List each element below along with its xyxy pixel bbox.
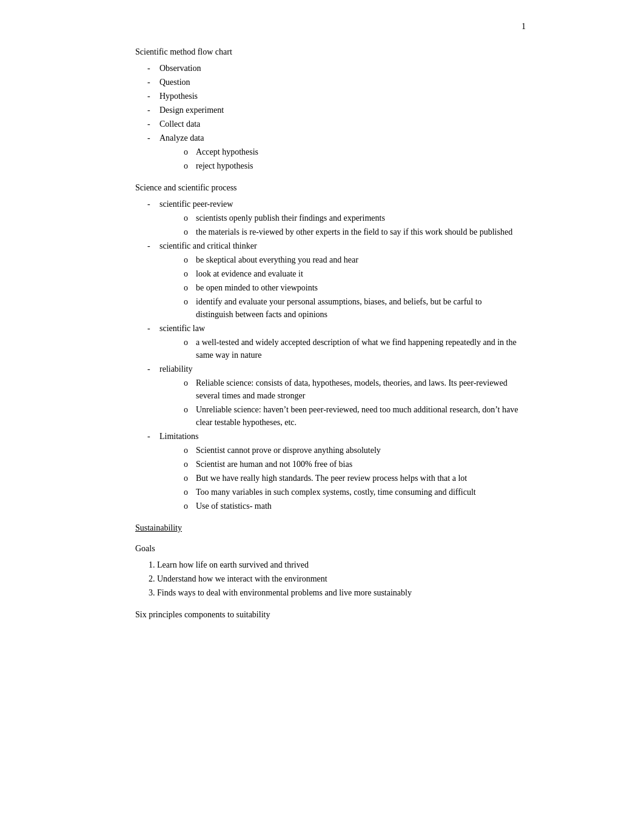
peer-review-sub-list: scientists openly publish their findings…: [159, 212, 521, 238]
list-item: Understand how we interact with the envi…: [157, 572, 521, 585]
sustainability-section: Sustainability: [135, 523, 521, 533]
list-item: Observation: [147, 62, 521, 75]
scientific-method-section: Scientific method flow chart Observation…: [135, 47, 521, 172]
goals-list: Learn how life on earth survived and thr…: [135, 558, 521, 599]
scientific-method-title: Scientific method flow chart: [135, 47, 521, 57]
reliability-sub-list: Reliable science: consists of data, hypo…: [159, 377, 521, 429]
page: 1 Scientific method flow chart Observati…: [75, 0, 569, 835]
science-process-section: Science and scientific process scientifi…: [135, 183, 521, 512]
list-item: the materials is re-viewed by other expe…: [184, 226, 521, 238]
science-process-title: Science and scientific process: [135, 183, 521, 193]
list-item: Scientist are human and not 100% free of…: [184, 458, 521, 471]
list-item: Analyze data Accept hypothesis reject hy…: [147, 132, 521, 172]
list-item: identify and evaluate your personal assu…: [184, 295, 521, 321]
list-item: Limitations Scientist cannot prove or di…: [147, 430, 521, 512]
critical-thinker-sub-list: be skeptical about everything you read a…: [159, 253, 521, 321]
limitations-sub-list: Scientist cannot prove or disprove anyth…: [159, 444, 521, 512]
list-item: Hypothesis: [147, 90, 521, 102]
sustainability-title: Sustainability: [135, 523, 521, 533]
list-item: scientific peer-review scientists openly…: [147, 198, 521, 238]
scientific-method-list: Observation Question Hypothesis Design e…: [135, 62, 521, 172]
list-item: scientific law a well-tested and widely …: [147, 322, 521, 361]
six-principles-section: Six principles components to suitability: [135, 610, 521, 620]
list-item: Use of statistics- math: [184, 500, 521, 512]
list-item: Accept hypothesis: [184, 146, 521, 158]
list-item: reject hypothesis: [184, 159, 521, 172]
list-item: Question: [147, 76, 521, 89]
list-item: Reliable science: consists of data, hypo…: [184, 377, 521, 402]
analyze-data-sub-list: Accept hypothesis reject hypothesis: [159, 146, 521, 172]
list-item: Too many variables in such complex syste…: [184, 486, 521, 498]
list-item: look at evidence and evaluate it: [184, 267, 521, 280]
list-item: scientific and critical thinker be skept…: [147, 240, 521, 321]
list-item: But we have really high standards. The p…: [184, 472, 521, 485]
goals-title: Goals: [135, 544, 521, 554]
list-item: Scientist cannot prove or disprove anyth…: [184, 444, 521, 457]
list-item: Finds ways to deal with environmental pr…: [157, 586, 521, 599]
science-process-list: scientific peer-review scientists openly…: [135, 198, 521, 512]
list-item: reliability Reliable science: consists o…: [147, 363, 521, 429]
page-number: 1: [522, 22, 526, 32]
list-item: scientists openly publish their findings…: [184, 212, 521, 224]
scientific-law-sub-list: a well-tested and widely accepted descri…: [159, 336, 521, 361]
list-item: be skeptical about everything you read a…: [184, 253, 521, 266]
list-item: Collect data: [147, 118, 521, 130]
list-item: Unreliable science: haven’t been peer-re…: [184, 403, 521, 429]
six-principles-title: Six principles components to suitability: [135, 610, 521, 620]
goals-section: Goals Learn how life on earth survived a…: [135, 544, 521, 599]
list-item: be open minded to other viewpoints: [184, 281, 521, 294]
list-item: Design experiment: [147, 104, 521, 116]
list-item: Learn how life on earth survived and thr…: [157, 558, 521, 571]
list-item: a well-tested and widely accepted descri…: [184, 336, 521, 361]
